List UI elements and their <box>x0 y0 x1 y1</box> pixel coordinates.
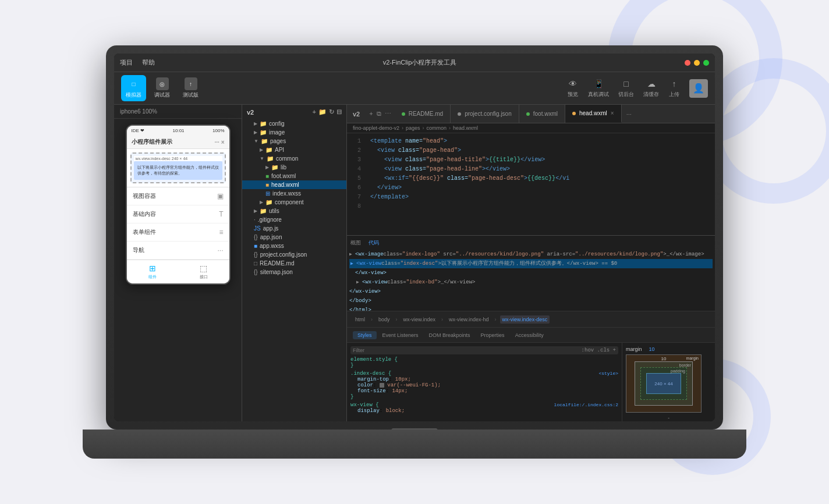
main-content: iphone6 100% IDE ❤ 10:01 100% 小程序组件展示 <box>114 105 715 421</box>
box-bottom-value: - <box>626 415 711 420</box>
attr: class="index-desc">以下将展示小程序官方组件能力，组件样式仅供… <box>381 260 617 268</box>
line-number: 5 <box>347 174 366 183</box>
cut-action[interactable]: □ 切后台 <box>618 78 634 98</box>
new-folder-icon[interactable]: 📁 <box>318 108 327 116</box>
tab-more[interactable]: ··· <box>622 111 636 118</box>
margin-value: 10 <box>661 356 667 361</box>
simulate-button[interactable]: □ 模拟器 <box>121 75 146 101</box>
tab-readme[interactable]: README.md <box>395 105 451 123</box>
tab-close-icon[interactable]: × <box>611 110 614 116</box>
tab-head-wxml[interactable]: head.wxml × <box>565 105 622 123</box>
tree-file-readme[interactable]: □ README.md <box>242 259 346 268</box>
upload-action[interactable]: ↑ 上传 <box>668 78 680 98</box>
tree-folder-config[interactable]: ▶ 📁 config <box>242 119 346 128</box>
menu-item-help[interactable]: 帮助 <box>142 58 155 67</box>
filter-pseudo[interactable]: :hov .cls + <box>582 347 616 353</box>
tree-file-foot-wxml[interactable]: ■ foot.wxml <box>242 172 346 180</box>
attr: class="index-bd">_</wx-view> <box>387 278 475 286</box>
more-icon[interactable]: ⋯ <box>385 110 391 118</box>
code-line-8: 8 <box>347 202 715 211</box>
test-button[interactable]: ↑ 测试版 <box>178 75 203 101</box>
tab-accessibility[interactable]: Accessibility <box>511 331 548 339</box>
line-content <box>366 202 715 211</box>
line-content: <view class="page-head-title">{{title}}<… <box>366 155 715 165</box>
html-tag-html[interactable]: html <box>353 315 367 324</box>
tab-label: head.wxml <box>579 110 607 116</box>
tree-file-app-wxss[interactable]: ■ app.wxss <box>242 242 346 250</box>
html-tag-wx-index-hd[interactable]: wx-view.index-hd <box>447 315 491 324</box>
html-element-bar: html › body › wx-view.index › wx-view.in… <box>347 311 715 328</box>
preview-label: 预览 <box>568 91 578 98</box>
tree-file-project-config[interactable]: {} project.config.json <box>242 250 346 259</box>
tree-folder-api[interactable]: ▶ 📁 API <box>242 145 346 154</box>
tab-project-config[interactable]: project.config.json <box>451 105 519 123</box>
style-source[interactable]: <style> <box>598 371 618 376</box>
tree-file-index-wxss[interactable]: ⊞ index.wxss <box>242 189 346 198</box>
tree-folder-image[interactable]: ▶ 📁 image <box>242 128 346 137</box>
nav-item-label-1: 视图容器 <box>133 192 156 200</box>
tree-file-app-js[interactable]: JS app.js <box>242 224 346 233</box>
html-tag-body[interactable]: body <box>376 315 392 324</box>
panel-label-code: 代码 <box>369 240 379 246</box>
cache-action[interactable]: ☁ 清缓存 <box>643 78 659 98</box>
phone-nav-item-4[interactable]: 导航 ··· <box>127 242 229 260</box>
chevron-icon: ▶ <box>254 130 257 135</box>
html-tag-wx-index-desc[interactable]: wx-view.index-desc <box>500 315 550 324</box>
close-button[interactable] <box>685 60 690 66</box>
minimize-button[interactable] <box>694 60 700 66</box>
tab-properties[interactable]: Properties <box>476 331 509 339</box>
tab-foot-wxml[interactable]: foot.wxml <box>519 105 565 123</box>
line-content: </view> <box>366 183 715 193</box>
tab-dot <box>572 112 576 115</box>
qrcode-action[interactable]: 📱 真机调试 <box>588 78 609 98</box>
tree-file-app-json[interactable]: {} app.json <box>242 233 346 242</box>
tree-folder-utils[interactable]: ▶ 📁 utils <box>242 207 346 215</box>
html-line-5: </wx-view> <box>349 287 713 296</box>
tree-folder-component[interactable]: ▶ 📁 component <box>242 198 346 207</box>
filter-input[interactable] <box>353 347 579 353</box>
phone-tab-components[interactable]: ⊞ 组件 <box>127 260 178 283</box>
tree-file-head-wxml[interactable]: ■ head.wxml <box>242 180 346 189</box>
preview-header: iphone6 100% <box>114 105 242 119</box>
tree-file-gitignore[interactable]: · .gitignore <box>242 215 346 224</box>
split-icon[interactable]: ⧉ <box>377 110 381 118</box>
tree-file-sitemap[interactable]: {} sitemap.json <box>242 268 346 276</box>
phone-nav-item-2[interactable]: 基础内容 T <box>127 205 229 223</box>
phone-tab-api[interactable]: ⬚ 接口 <box>178 260 229 283</box>
tree-folder-common[interactable]: ▼ 📁 common <box>242 154 346 163</box>
bar-sep: › <box>371 317 373 322</box>
attr: class="index-logo" src="../resources/kin… <box>384 250 704 258</box>
style-source-wx[interactable]: localfile:/.index.css:2 <box>554 402 618 407</box>
line-content: <view class="page-head-line"></view> <box>366 165 715 174</box>
chevron-icon: ▶ <box>260 200 263 205</box>
phone-highlight-label: wx-view.index-desc 240 × 44 <box>134 156 222 161</box>
left-panel: iphone6 100% IDE ❤ 10:01 100% 小程序组件展示 <box>114 105 242 421</box>
menu-item-project[interactable]: 项目 <box>120 58 133 67</box>
user-avatar[interactable]: 👤 <box>689 79 708 98</box>
tag: </wx-view> <box>355 269 387 277</box>
tab-dom-breakpoints[interactable]: DOM Breakpoints <box>424 331 475 339</box>
code-line-1: 1 <template name="head"> <box>347 137 715 146</box>
breadcrumb-sep: › <box>402 125 403 131</box>
new-file-icon[interactable]: + <box>313 108 316 116</box>
tree-folder-lib[interactable]: ▶ 📁 lib <box>242 163 346 172</box>
html-tag-wx-index[interactable]: wx-view.index <box>401 315 438 324</box>
preview-action[interactable]: 👁 预览 <box>567 78 579 98</box>
folder-icon: 📁 <box>265 147 272 153</box>
tree-folder-pages[interactable]: ▼ 📁 pages <box>242 137 346 145</box>
debug-button[interactable]: ◎ 调试器 <box>150 75 175 101</box>
refresh-icon[interactable]: ↻ <box>329 108 334 116</box>
tab-event-listeners[interactable]: Event Listeners <box>378 331 423 339</box>
maximize-button[interactable] <box>703 60 709 66</box>
collapse-icon[interactable]: ⊟ <box>336 108 342 116</box>
new-file-tab-icon[interactable]: + <box>369 110 373 118</box>
filter-bar: :hov .cls + <box>350 346 618 354</box>
debug-label: 调试器 <box>154 91 170 99</box>
file-icon: ⊞ <box>265 190 270 197</box>
phone-status-bar: IDE ❤ 10:01 100% <box>127 126 229 136</box>
phone-nav-item-3[interactable]: 表单组件 ≡ <box>127 223 229 242</box>
phone-nav-item-1[interactable]: 视图容器 ▣ <box>127 187 229 205</box>
code-editor[interactable]: 1 <template name="head"> 2 <view class="… <box>347 133 715 235</box>
tab-styles[interactable]: Styles <box>353 331 377 339</box>
file-tree-header: v2 + 📁 ↻ ⊟ <box>242 105 346 119</box>
